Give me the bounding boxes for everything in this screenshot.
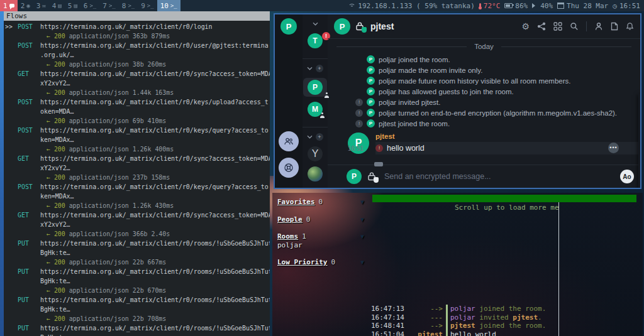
room-rail-item[interactable]: Y [308, 146, 323, 161]
globe-avatar [308, 166, 323, 182]
widgets-grid-icon[interactable] [553, 22, 562, 31]
format-button[interactable]: Ao [620, 170, 634, 183]
flow-row[interactable]: POSThttps://termina.org.uk/_matrix/clien… [5, 41, 270, 69]
sidebar-section-count: 1 [302, 232, 306, 241]
event-avatar: P [367, 87, 375, 95]
workspace-6[interactable]: 6>_ [80, 0, 99, 11]
section-controls: + [307, 133, 323, 141]
workspace-7[interactable]: 7>_ [99, 0, 118, 11]
flow-row[interactable]: PUThttps://termina.org.uk/_matrix/client… [5, 267, 270, 295]
timeline-event: Ppoljar joined the room. [328, 54, 640, 65]
sidebar-section[interactable]: People0▼ [277, 215, 368, 224]
flow-content: https://termina.org.uk/_matrix/client/r0… [40, 126, 270, 154]
sidebar-section[interactable]: Low Priority0▼ [277, 258, 368, 267]
terminal-icon: >_ [128, 3, 135, 9]
workspace-number: 2 [21, 2, 25, 10]
flow-row[interactable]: >>POSThttps://termina.org.uk/_matrix/cli… [5, 22, 270, 41]
flow-url: https://termina.org.uk/_matrix/client/r0… [40, 267, 270, 276]
room-avatar[interactable]: P [334, 18, 350, 35]
gomuks-window: Favorites0▼People0▼Rooms1▼poljarLow Prio… [272, 193, 643, 336]
add-room-icon[interactable]: + [316, 133, 323, 141]
collapse-triangle-icon[interactable]: ▼ [360, 258, 364, 267]
sidebar-section[interactable]: Favorites0▼ [277, 198, 368, 207]
log-message-part: joined the room. [475, 305, 547, 313]
people-button[interactable] [279, 131, 299, 151]
workspace-1[interactable]: 1 [0, 0, 18, 11]
event-warning-icon: ! [355, 109, 363, 117]
room-rail-item[interactable] [308, 166, 323, 182]
workspace-2[interactable]: 2◉ [18, 0, 33, 11]
flow-content: https://termina.org.uk/_matrix/client/r0… [40, 210, 270, 239]
flow-row[interactable]: PUThttps://termina.org.uk/_matrix/client… [5, 239, 270, 267]
flow-row[interactable]: POSThttps://termina.org.uk/_matrix/clien… [5, 182, 270, 210]
message-row[interactable]: 16:51 ! hello world ••• [375, 142, 640, 154]
battery-icon [504, 3, 513, 8]
chevron-down-icon[interactable] [313, 22, 318, 26]
flow-row[interactable]: PUThttps://termina.org.uk/_matrix/client… [5, 295, 270, 323]
flow-row[interactable]: POSThttps://termina.org.uk/_matrix/clien… [5, 97, 270, 126]
settings-gear-icon[interactable]: ⚙ [521, 22, 530, 31]
log-line: 16:47:14---poljar invited pjtest. [371, 313, 546, 322]
flow-content: https://termina.org.uk/_matrix/client/r0… [40, 69, 270, 97]
flow-row[interactable]: POSThttps://termina.org.uk/_matrix/clien… [5, 126, 270, 154]
status-clock: ◷16:51 [613, 2, 640, 10]
workspace-5[interactable]: 5▤ [65, 0, 80, 11]
collapse-triangle-icon[interactable]: ▼ [360, 215, 364, 224]
message-text: hello world [387, 144, 425, 153]
room-header: P pjtest ⚙ [328, 14, 640, 39]
flow-row[interactable]: GEThttps://termina.org.uk/_matrix/client… [5, 69, 270, 97]
chevron-down-icon[interactable] [307, 67, 313, 70]
timeline-event: Ppoljar made future room history visible… [328, 75, 640, 86]
timeline-event: Ppoljar has allowed guests to join the r… [328, 86, 640, 97]
collapse-triangle-icon[interactable]: ▼ [360, 232, 364, 241]
help-button[interactable] [279, 158, 299, 178]
message-options-button[interactable]: ••• [608, 143, 619, 153]
workspace-number: 10 [160, 2, 169, 10]
room-section: T! [303, 19, 328, 59]
event-warning-icon: ! [355, 99, 363, 106]
files-icon[interactable] [611, 22, 618, 31]
room-rail-item[interactable]: T! [308, 33, 323, 48]
event-avatar: P [367, 119, 375, 127]
composer-avatar: P [347, 169, 362, 184]
log-separator [443, 330, 450, 336]
collapse-triangle-icon[interactable]: ▼ [360, 198, 364, 207]
workspace-8[interactable]: 8>_ [119, 0, 138, 11]
workspace-10[interactable]: 10>_ [157, 0, 180, 11]
workspace-9[interactable]: 9>_ [138, 0, 157, 11]
notifications-bell-icon[interactable] [626, 22, 634, 31]
flow-url: xY2xvY2… [40, 163, 270, 173]
flow-url: https://termina.org.uk/_matrix/client/r0… [40, 22, 270, 31]
flow-url: ken=MDAx… [40, 192, 270, 201]
workspace-number: 5 [68, 2, 72, 10]
profile-avatar[interactable]: P [280, 18, 297, 35]
response-meta: application/json 1.26k 400ms [65, 146, 174, 153]
response-meta: application/json 366b 2.40s [65, 230, 170, 237]
chevron-down-icon[interactable] [307, 135, 313, 139]
sidebar-section[interactable]: Rooms1▼poljar [277, 232, 368, 249]
search-icon[interactable] [570, 22, 579, 31]
event-text: poljar has allowed guests to join the ro… [379, 88, 514, 95]
response-code: 200 [54, 117, 65, 124]
members-person-icon[interactable] [594, 22, 603, 31]
invite-share-icon[interactable] [537, 22, 546, 31]
room-rail-item[interactable]: P [303, 78, 327, 97]
flow-row[interactable]: GEThttps://termina.org.uk/_matrix/client… [5, 210, 270, 239]
message-input[interactable] [383, 171, 614, 182]
workspace-3[interactable]: 3✉ [33, 0, 49, 11]
flow-response: ← 200 application/json 1.26k 400ms [40, 144, 270, 154]
flow-row[interactable]: GEThttps://termina.org.uk/_matrix/client… [5, 154, 270, 182]
flow-content: https://termina.org.uk/_matrix/client/r0… [40, 154, 270, 182]
sidebar-section-label: Rooms [277, 232, 298, 241]
section-controls: + [307, 64, 323, 73]
header-actions: ⚙ [521, 21, 634, 31]
sidebar-room[interactable]: poljar [277, 241, 368, 250]
flow-response: ← 200 application/json 22b 708ms [40, 314, 270, 323]
workspace-4[interactable]: 4▤ [49, 0, 65, 11]
add-room-icon[interactable]: + [316, 65, 323, 72]
flow-content: https://termina.org.uk/_matrix/client/r0… [40, 22, 270, 41]
mail-icon: ✉ [42, 3, 45, 9]
sidebar-section-header: Low Priority0▼ [277, 258, 368, 267]
flow-row[interactable]: PUThttps://termina.org.uk/_matrix/client… [5, 323, 270, 336]
room-rail-item[interactable]: M [308, 102, 323, 117]
